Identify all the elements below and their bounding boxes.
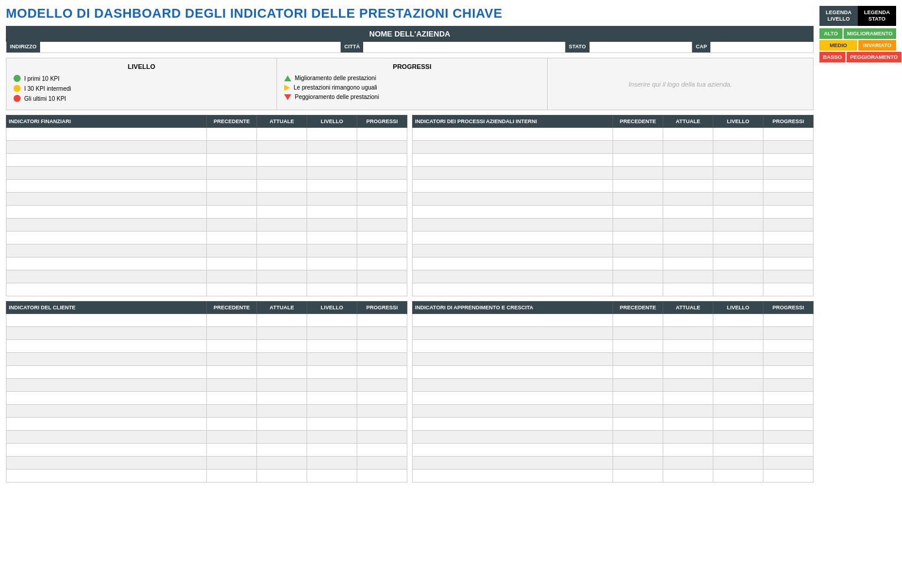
table-cell[interactable]	[413, 141, 613, 154]
table-cell[interactable]	[763, 457, 814, 470]
table-cell[interactable]	[713, 206, 763, 219]
table-row[interactable]	[6, 206, 407, 219]
table-cell[interactable]	[763, 141, 814, 154]
table-cell[interactable]	[6, 193, 207, 206]
table-cell[interactable]	[713, 431, 763, 444]
table-cell[interactable]	[613, 444, 663, 457]
table-cell[interactable]	[357, 314, 407, 327]
table-cell[interactable]	[763, 245, 814, 257]
table-row[interactable]	[413, 366, 814, 379]
table-cell[interactable]	[713, 327, 763, 340]
table-cell[interactable]	[413, 392, 613, 405]
table-row[interactable]	[6, 270, 407, 283]
table-cell[interactable]	[613, 431, 663, 444]
table-cell[interactable]	[713, 314, 763, 327]
table-cell[interactable]	[613, 257, 663, 270]
table-cell[interactable]	[763, 257, 814, 270]
table-cell[interactable]	[763, 327, 814, 340]
table-row[interactable]	[413, 167, 814, 180]
table-cell[interactable]	[307, 257, 357, 270]
table-cell[interactable]	[357, 206, 407, 219]
table-cell[interactable]	[613, 405, 663, 418]
table-cell[interactable]	[207, 193, 257, 206]
table-row[interactable]	[6, 245, 407, 257]
table-cell[interactable]	[257, 219, 307, 232]
table-cell[interactable]	[6, 353, 207, 366]
table-cell[interactable]	[357, 444, 407, 457]
table-cell[interactable]	[663, 141, 713, 154]
table-cell[interactable]	[713, 167, 763, 180]
table-cell[interactable]	[413, 340, 613, 353]
table-cell[interactable]	[663, 219, 713, 232]
table-cell[interactable]	[413, 270, 613, 283]
table-cell[interactable]	[663, 470, 713, 483]
table-cell[interactable]	[763, 154, 814, 167]
table-cell[interactable]	[207, 340, 257, 353]
table-row[interactable]	[413, 206, 814, 219]
table-cell[interactable]	[257, 167, 307, 180]
table-cell[interactable]	[763, 206, 814, 219]
table-cell[interactable]	[413, 193, 613, 206]
table-row[interactable]	[6, 470, 407, 483]
table-cell[interactable]	[307, 141, 357, 154]
table-cell[interactable]	[413, 206, 613, 219]
table-cell[interactable]	[307, 392, 357, 405]
table-cell[interactable]	[207, 418, 257, 431]
table-cell[interactable]	[257, 353, 307, 366]
table-cell[interactable]	[763, 340, 814, 353]
table-cell[interactable]	[763, 470, 814, 483]
table-row[interactable]	[6, 392, 407, 405]
table-cell[interactable]	[307, 167, 357, 180]
table-cell[interactable]	[207, 366, 257, 379]
table-cell[interactable]	[257, 314, 307, 327]
table-cell[interactable]	[257, 470, 307, 483]
table-cell[interactable]	[357, 431, 407, 444]
table-cell[interactable]	[257, 431, 307, 444]
table-cell[interactable]	[413, 257, 613, 270]
table-cell[interactable]	[207, 283, 257, 296]
table-cell[interactable]	[307, 379, 357, 392]
table-row[interactable]	[413, 314, 814, 327]
table-cell[interactable]	[613, 141, 663, 154]
table-cell[interactable]	[663, 418, 713, 431]
table-cell[interactable]	[6, 379, 207, 392]
address-input[interactable]	[40, 42, 341, 52]
table-row[interactable]	[413, 457, 814, 470]
table-cell[interactable]	[257, 257, 307, 270]
table-cell[interactable]	[663, 405, 713, 418]
table-cell[interactable]	[6, 470, 207, 483]
table-cell[interactable]	[6, 270, 207, 283]
table-cell[interactable]	[6, 128, 207, 141]
table-cell[interactable]	[763, 353, 814, 366]
table-cell[interactable]	[613, 327, 663, 340]
table-cell[interactable]	[6, 283, 207, 296]
table-cell[interactable]	[357, 379, 407, 392]
table-row[interactable]	[6, 314, 407, 327]
table-cell[interactable]	[6, 245, 207, 257]
table-cell[interactable]	[6, 167, 207, 180]
table-cell[interactable]	[713, 219, 763, 232]
table-row[interactable]	[6, 154, 407, 167]
table-row[interactable]	[6, 193, 407, 206]
table-cell[interactable]	[207, 314, 257, 327]
table-cell[interactable]	[357, 180, 407, 193]
table-cell[interactable]	[257, 283, 307, 296]
table-cell[interactable]	[663, 180, 713, 193]
table-cell[interactable]	[257, 457, 307, 470]
table-cell[interactable]	[663, 314, 713, 327]
table-cell[interactable]	[207, 379, 257, 392]
table-cell[interactable]	[413, 283, 613, 296]
table-cell[interactable]	[307, 270, 357, 283]
table-cell[interactable]	[763, 366, 814, 379]
table-cell[interactable]	[307, 232, 357, 245]
table-cell[interactable]	[6, 154, 207, 167]
table-cell[interactable]	[713, 283, 763, 296]
table-cell[interactable]	[357, 193, 407, 206]
table-row[interactable]	[6, 167, 407, 180]
table-row[interactable]	[413, 418, 814, 431]
table-cell[interactable]	[307, 245, 357, 257]
table-cell[interactable]	[307, 457, 357, 470]
table-cell[interactable]	[257, 444, 307, 457]
table-cell[interactable]	[357, 366, 407, 379]
table-cell[interactable]	[357, 340, 407, 353]
